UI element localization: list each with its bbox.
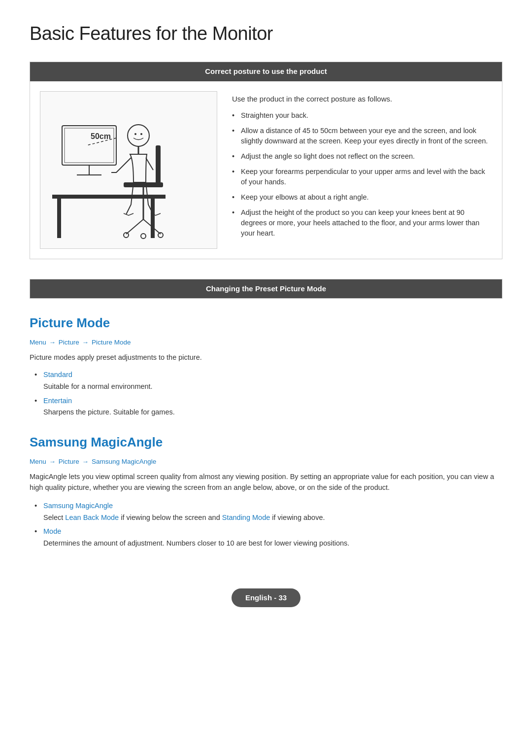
magic-menu-link[interactable]: Menu [30, 458, 46, 465]
posture-text-content: Use the product in the correct posture a… [232, 91, 492, 249]
samsung-magic-item-desc: Select Lean Back Mode if viewing below t… [43, 513, 502, 523]
posture-bullet-1: Straighten your back. [232, 110, 492, 121]
samsung-magic-section: Samsung MagicAngle Menu → Picture → Sams… [30, 433, 502, 549]
page-title: Basic Features for the Monitor [30, 20, 502, 48]
changing-preset-header: Changing the Preset Picture Mode [30, 279, 502, 299]
mode-label: Mode [43, 527, 61, 535]
picture-mode-item-standard: Standard Suitable for a normal environme… [34, 369, 502, 392]
svg-point-16 [134, 133, 136, 135]
svg-point-13 [158, 233, 163, 238]
picture-mode-list: Standard Suitable for a normal environme… [34, 369, 502, 418]
picture-mode-title: Picture Mode [30, 313, 502, 333]
svg-point-17 [140, 133, 142, 135]
posture-bullet-4: Keep your forearms perpendicular to your… [232, 167, 492, 187]
correct-posture-section: Correct posture to use the product [30, 62, 502, 259]
menu-path-mode-link[interactable]: Picture Mode [92, 339, 131, 346]
entertain-desc: Sharpens the picture. Suitable for games… [43, 407, 502, 418]
samsung-magic-list: Samsung MagicAngle Select Lean Back Mode… [34, 500, 502, 549]
picture-mode-menu-path: Menu → Picture → Picture Mode [30, 338, 502, 347]
posture-image: 50cm [40, 91, 217, 249]
posture-bullet-3: Adjust the angle so light does not refle… [232, 151, 492, 162]
posture-intro: Use the product in the correct posture a… [232, 94, 492, 105]
svg-rect-6 [151, 199, 155, 238]
magic-item-mode: Mode Determines the amount of adjustment… [34, 526, 502, 549]
svg-point-15 [128, 125, 149, 146]
standard-label: Standard [43, 371, 72, 378]
svg-rect-5 [57, 199, 61, 238]
svg-rect-0 [62, 126, 116, 165]
svg-text:50cm: 50cm [91, 132, 111, 140]
magic-angle-link[interactable]: Samsung MagicAngle [92, 458, 156, 465]
magic-item-samsung: Samsung MagicAngle Select Lean Back Mode… [34, 500, 502, 523]
standard-desc: Suitable for a normal environment. [43, 381, 502, 392]
arrow-icon-2: → [82, 339, 91, 346]
posture-bullet-5: Keep your elbows at about a right angle. [232, 192, 492, 203]
samsung-magic-menu-path: Menu → Picture → Samsung MagicAngle [30, 457, 502, 467]
menu-path-menu-link[interactable]: Menu [30, 339, 46, 346]
svg-point-12 [124, 233, 129, 238]
changing-preset-section: Changing the Preset Picture Mode [30, 279, 502, 299]
arrow-icon-1: → [49, 339, 58, 346]
svg-point-14 [141, 234, 146, 239]
page-number-badge: English - 33 [232, 588, 300, 608]
magic-picture-link[interactable]: Picture [59, 458, 79, 465]
picture-mode-description: Picture modes apply preset adjustments t… [30, 352, 502, 363]
samsung-magic-title: Samsung MagicAngle [30, 433, 502, 452]
posture-bullet-6: Adjust the height of the product so you … [232, 207, 492, 239]
picture-mode-item-entertain: Entertain Sharpens the picture. Suitable… [34, 395, 502, 418]
menu-path-picture-link[interactable]: Picture [59, 339, 79, 346]
svg-line-10 [126, 219, 143, 234]
correct-posture-header: Correct posture to use the product [30, 62, 502, 81]
arrow-icon-4: → [82, 458, 91, 465]
svg-rect-8 [156, 145, 161, 187]
arrow-icon-3: → [49, 458, 58, 465]
samsung-magic-label: Samsung MagicAngle [43, 502, 113, 510]
posture-bullet-2: Allow a distance of 45 to 50cm between y… [232, 126, 492, 146]
standing-mode-link[interactable]: Standing Mode [222, 514, 270, 521]
footer: English - 33 [30, 579, 502, 608]
svg-rect-4 [52, 195, 166, 199]
lean-back-mode-link[interactable]: Lean Back Mode [65, 514, 119, 521]
entertain-label: Entertain [43, 397, 72, 405]
samsung-magic-description: MagicAngle lets you view optimal screen … [30, 472, 502, 493]
mode-desc: Determines the amount of adjustment. Num… [43, 538, 502, 549]
picture-mode-section: Picture Mode Menu → Picture → Picture Mo… [30, 313, 502, 418]
posture-bullet-list: Straighten your back. Allow a distance o… [232, 110, 492, 239]
